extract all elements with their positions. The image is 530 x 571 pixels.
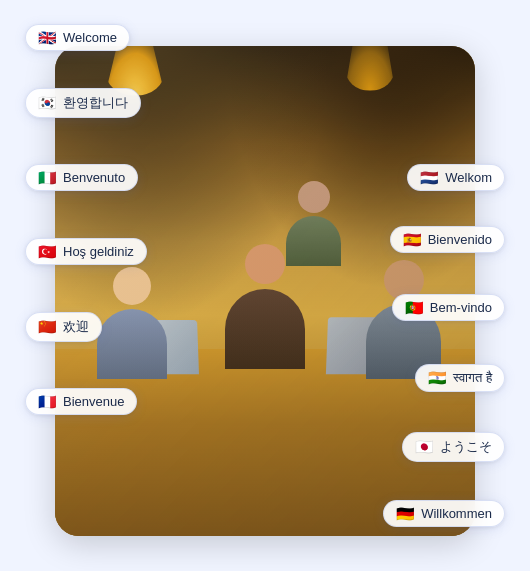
label-welcome: Welcome [63,30,117,45]
badge-italian: 🇮🇹 Benvenuto [25,164,138,191]
label-hindi: स्वागत है [453,370,492,386]
badge-japanese: 🇯🇵 ようこそ [402,432,505,462]
flag-turkish: 🇹🇷 [38,244,57,259]
badge-portuguese: 🇵🇹 Bem-vindo [392,294,505,321]
badge-spanish: 🇪🇸 Bienvenido [390,226,505,253]
badge-chinese: 🇨🇳 欢迎 [25,312,102,342]
label-spanish: Bienvenido [428,232,492,247]
flag-portuguese: 🇵🇹 [405,300,424,315]
label-french: Bienvenue [63,394,124,409]
badge-hindi: 🇮🇳 स्वागत है [415,364,505,392]
flag-chinese: 🇨🇳 [38,319,57,334]
label-korean: 환영합니다 [63,94,128,112]
label-portuguese: Bem-vindo [430,300,492,315]
badge-welcome: 🇬🇧 Welcome [25,24,130,51]
flag-english: 🇬🇧 [38,30,57,45]
flag-german: 🇩🇪 [396,506,415,521]
badge-turkish: 🇹🇷 Hoş geldiniz [25,238,147,265]
flag-korean: 🇰🇷 [38,95,57,110]
label-dutch: Welkom [445,170,492,185]
badge-german: 🇩🇪 Willkommen [383,500,505,527]
label-japanese: ようこそ [440,438,492,456]
badge-french: 🇫🇷 Bienvenue [25,388,137,415]
badge-korean: 🇰🇷 환영합니다 [25,88,141,118]
flag-spanish: 🇪🇸 [403,232,422,247]
badge-dutch: 🇳🇱 Welkom [407,164,505,191]
office-photo [55,46,475,536]
label-italian: Benvenuto [63,170,125,185]
flag-japanese: 🇯🇵 [415,439,434,454]
flag-french: 🇫🇷 [38,394,57,409]
photo-overlay [55,46,475,536]
label-chinese: 欢迎 [63,318,89,336]
label-turkish: Hoş geldiniz [63,244,134,259]
flag-italian: 🇮🇹 [38,170,57,185]
label-german: Willkommen [421,506,492,521]
flag-dutch: 🇳🇱 [420,170,439,185]
flag-hindi: 🇮🇳 [428,370,447,385]
photo-background [55,46,475,536]
main-scene: 🇬🇧 Welcome 🇰🇷 환영합니다 🇮🇹 Benvenuto 🇹🇷 Hoş … [25,16,505,556]
